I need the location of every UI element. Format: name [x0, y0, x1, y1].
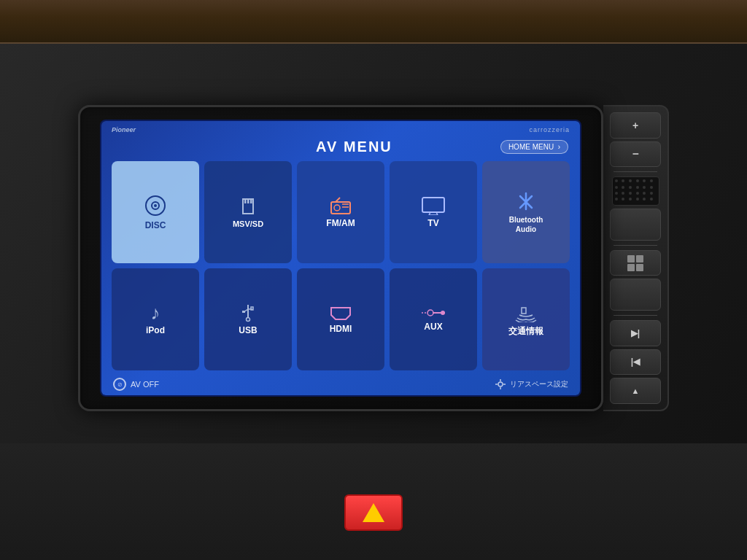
- usb-icon: [237, 303, 259, 322]
- av-off-button[interactable]: ⊘ AV OFF: [113, 378, 159, 391]
- tv-icon: [421, 196, 446, 215]
- minus-icon: －: [630, 147, 641, 162]
- fmam-label: FM/AM: [326, 218, 355, 228]
- disc-label: DISC: [145, 220, 166, 230]
- prev-icon: |◀: [631, 357, 640, 367]
- av-off-icon: ⊘: [113, 378, 126, 391]
- svg-rect-11: [422, 198, 444, 212]
- usb-label: USB: [239, 325, 257, 335]
- menu-item-usb[interactable]: USB: [204, 268, 292, 370]
- head-unit-container: Pioneer carrozzeria AV MENU HOME MENU ›: [78, 105, 669, 411]
- svg-rect-5: [250, 199, 252, 203]
- aux-label: AUX: [424, 322, 442, 332]
- car-surround: Pioneer carrozzeria AV MENU HOME MENU ›: [0, 0, 747, 560]
- hazard-button[interactable]: [344, 494, 403, 531]
- menu-item-bluetooth[interactable]: BluetoothAudio: [482, 161, 570, 263]
- screen: Pioneer carrozzeria AV MENU HOME MENU ›: [100, 120, 581, 397]
- vol-up-button[interactable]: +: [610, 112, 661, 139]
- plus-icon: +: [632, 120, 638, 131]
- wood-trim: [0, 0, 747, 44]
- svg-point-7: [334, 205, 340, 211]
- bottom-panel: [0, 443, 747, 560]
- hdmi-label: HDMI: [330, 324, 352, 334]
- divider-1: [614, 171, 657, 172]
- svg-rect-17: [251, 307, 253, 310]
- menu-item-ipod[interactable]: ♪ iPod: [112, 268, 199, 370]
- side-controls: + －: [603, 105, 669, 411]
- av-button[interactable]: [610, 279, 661, 311]
- eject-icon: ▲: [632, 386, 640, 395]
- svg-rect-16: [242, 311, 245, 313]
- ipod-icon: ♪: [151, 303, 160, 322]
- divider-2: [614, 245, 657, 246]
- svg-point-18: [247, 318, 250, 322]
- speaker-grille: [612, 176, 659, 206]
- next-button[interactable]: ▶|: [610, 320, 661, 346]
- hazard-area: [344, 494, 403, 531]
- svg-rect-4: [247, 199, 249, 203]
- map-menu-button[interactable]: [610, 250, 661, 276]
- svg-point-22: [441, 311, 445, 315]
- traffic-icon: [515, 302, 537, 322]
- prev-button[interactable]: |◀: [610, 349, 661, 376]
- disc-icon: [144, 194, 167, 217]
- head-unit: Pioneer carrozzeria AV MENU HOME MENU ›: [78, 105, 603, 411]
- aux-icon: [420, 307, 446, 319]
- open-button[interactable]: ▲: [610, 378, 661, 404]
- divider-3: [614, 315, 657, 316]
- rear-setting-button[interactable]: リアスペース設定: [495, 378, 568, 390]
- vol-down-button[interactable]: －: [610, 141, 661, 168]
- menu-item-aux[interactable]: AUX: [390, 268, 477, 370]
- svg-point-21: [427, 310, 433, 316]
- msvsd-label: MSV/SD: [233, 219, 263, 228]
- svg-point-24: [498, 382, 503, 386]
- hazard-triangle-icon: [363, 503, 384, 522]
- ipod-label: iPod: [146, 325, 165, 335]
- bluetooth-label: BluetoothAudio: [509, 215, 543, 234]
- menu-item-fmam[interactable]: FM/AM: [297, 161, 384, 263]
- menu-item-msvsd[interactable]: MSV/SD: [204, 161, 292, 263]
- av-off-label: AV OFF: [131, 380, 159, 389]
- hdmi-icon: [328, 305, 353, 321]
- av-menu-title: AV MENU: [208, 139, 500, 155]
- sd-icon: [238, 196, 258, 217]
- home-menu-button[interactable]: HOME MENU ›: [500, 140, 568, 154]
- menu-item-tv[interactable]: TV: [390, 161, 477, 263]
- bluetooth-icon: [516, 190, 535, 212]
- next-icon: ▶|: [631, 328, 640, 338]
- traffic-label: 交通情報: [508, 325, 543, 338]
- settings-icon: [495, 378, 506, 390]
- svg-rect-23: [522, 308, 526, 314]
- radio-icon: [329, 196, 352, 215]
- svg-rect-3: [244, 199, 247, 203]
- navi-button[interactable]: [610, 209, 661, 241]
- tv-label: TV: [427, 218, 438, 228]
- menu-item-hdmi[interactable]: HDMI: [297, 268, 384, 370]
- rear-setting-label: リアスペース設定: [510, 379, 568, 389]
- menu-item-disc[interactable]: DISC: [112, 161, 199, 263]
- svg-point-2: [154, 204, 157, 207]
- menu-item-traffic[interactable]: 交通情報: [482, 268, 570, 370]
